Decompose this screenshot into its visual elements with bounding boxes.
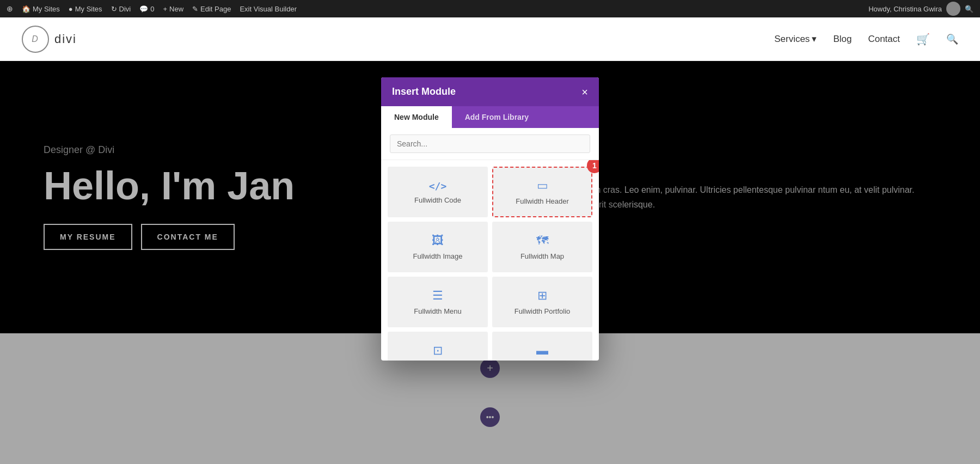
- portfolio-icon: ⊞: [537, 289, 547, 303]
- map-icon: 🗺: [536, 234, 548, 248]
- module-fullwidth-header-wrapper: ▭ Fullwidth Header 1: [490, 164, 595, 219]
- menu-icon: ☰: [432, 289, 443, 303]
- module-fullwidth-header[interactable]: ▭ Fullwidth Header: [492, 167, 592, 217]
- code-icon: </>: [429, 180, 447, 192]
- post-title-icon: ▬: [536, 344, 548, 358]
- insert-module-dialog: Insert Module × New Module Add From Libr…: [381, 77, 599, 361]
- page-content: Designer @ Divi Hello, I'm Jan MY RESUME…: [0, 61, 980, 464]
- module-fullwidth-post-slider[interactable]: ⊡ Fullwidth Post Slider: [388, 332, 488, 361]
- module-label: Fullwidth Menu: [414, 307, 461, 315]
- wp-icon: ⊕: [7, 4, 13, 13]
- module-search-input[interactable]: [390, 135, 590, 153]
- site-header: D divi Services ▾ Blog Contact 🛒 🔍: [0, 17, 980, 61]
- logo-circle: D: [22, 26, 49, 53]
- module-fullwidth-portfolio[interactable]: ⊞ Fullwidth Portfolio: [492, 277, 592, 327]
- dialog-tabs: New Module Add From Library: [381, 106, 599, 128]
- post-slider-icon: ⊡: [433, 344, 443, 358]
- header-icon: ▭: [537, 179, 548, 193]
- divi-icon: ●: [69, 5, 73, 13]
- dialog-header: Insert Module ×: [381, 77, 599, 106]
- updates-item[interactable]: ↻ Divi: [111, 5, 131, 13]
- my-sites-item[interactable]: 🏠 My Sites: [22, 5, 60, 13]
- howdy-text: Howdy, Christina Gwira: [868, 5, 942, 13]
- nav-blog[interactable]: Blog: [833, 34, 852, 45]
- module-grid: </> Fullwidth Code ▭ Fullwidth Header 1 …: [381, 160, 599, 361]
- site-logo[interactable]: D divi: [22, 26, 774, 53]
- chevron-down-icon: ▾: [812, 33, 817, 45]
- updates-icon: ↻: [111, 5, 117, 13]
- admin-bar: ⊕ 🏠 My Sites ● My Sites ↻ Divi 💬 0 + New…: [0, 0, 980, 17]
- cart-icon[interactable]: 🛒: [916, 33, 930, 46]
- module-fullwidth-post-title[interactable]: ▬ Fullwidth Post Title: [492, 332, 592, 361]
- module-label: Fullwidth Image: [413, 252, 462, 260]
- nav-contact[interactable]: Contact: [868, 34, 900, 45]
- search-icon[interactable]: 🔍: [946, 33, 958, 45]
- comments-icon: 💬: [139, 5, 148, 13]
- exit-visual-builder-item[interactable]: Exit Visual Builder: [240, 5, 297, 13]
- edit-icon: ✎: [192, 5, 198, 13]
- module-label: Fullwidth Map: [520, 252, 564, 260]
- nav-services[interactable]: Services ▾: [774, 33, 817, 45]
- module-label: Fullwidth Code: [414, 196, 461, 204]
- module-label: Fullwidth Header: [516, 197, 569, 205]
- divi-item[interactable]: ● My Sites: [69, 5, 102, 13]
- user-avatar: [946, 2, 960, 16]
- tab-add-from-library[interactable]: Add From Library: [452, 106, 542, 128]
- module-fullwidth-code[interactable]: </> Fullwidth Code: [388, 167, 488, 217]
- module-fullwidth-menu[interactable]: ☰ Fullwidth Menu: [388, 277, 488, 327]
- dialog-search: [381, 128, 599, 160]
- comments-item[interactable]: 💬 0: [139, 5, 154, 13]
- plus-icon: +: [163, 5, 167, 13]
- logo-text: divi: [54, 32, 77, 46]
- admin-bar-right: Howdy, Christina Gwira 🔍: [868, 2, 973, 16]
- module-label: Fullwidth Portfolio: [514, 307, 571, 315]
- modal-overlay: Insert Module × New Module Add From Libr…: [0, 61, 980, 464]
- search-icon[interactable]: 🔍: [965, 5, 973, 13]
- image-icon: 🖼: [432, 234, 444, 248]
- dialog-title: Insert Module: [392, 86, 456, 97]
- dialog-close-button[interactable]: ×: [581, 87, 588, 97]
- edit-page-item[interactable]: ✎ Edit Page: [192, 5, 231, 13]
- module-fullwidth-map[interactable]: 🗺 Fullwidth Map: [492, 222, 592, 272]
- tab-new-module[interactable]: New Module: [381, 106, 452, 128]
- new-item[interactable]: + New: [163, 5, 183, 13]
- wp-logo-item[interactable]: ⊕: [7, 4, 13, 13]
- home-icon: 🏠: [22, 5, 30, 13]
- module-fullwidth-image[interactable]: 🖼 Fullwidth Image: [388, 222, 488, 272]
- site-nav: Services ▾ Blog Contact 🛒 🔍: [774, 33, 958, 46]
